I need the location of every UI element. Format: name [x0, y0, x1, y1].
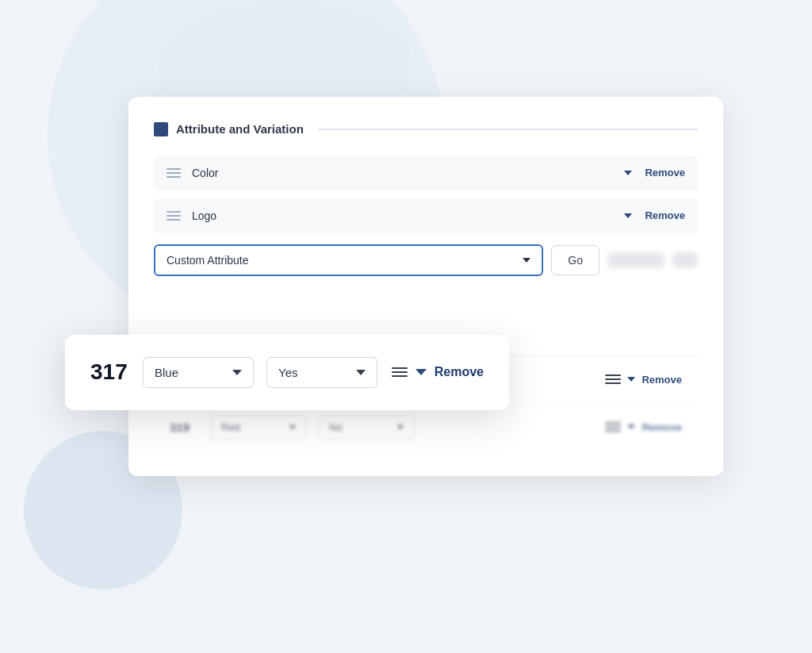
var-dropdown-319[interactable] — [627, 424, 635, 429]
remove-button-317[interactable]: Remove — [435, 365, 484, 379]
custom-attribute-select-text: Custom Attribute — [167, 254, 249, 267]
variation-row-319: 319 Red No Remove — [154, 403, 698, 451]
yesno-select-319[interactable]: No — [319, 415, 414, 440]
custom-attribute-select-arrow — [523, 258, 530, 263]
hamburger-icon-319[interactable] — [605, 422, 621, 432]
yesno-select-317[interactable]: Yes — [266, 357, 377, 388]
variation-id-317: 317 — [90, 359, 130, 385]
section-title: Attribute and Variation — [176, 122, 304, 136]
yesno-select-317-arrow — [356, 370, 366, 375]
attribute-row-logo: Logo Remove — [154, 198, 698, 233]
var-dropdown-317[interactable] — [416, 369, 427, 375]
var-actions-318: Remove — [605, 374, 682, 386]
color-select-317[interactable]: Blue — [143, 357, 254, 388]
custom-attr-row: Custom Attribute Go — [154, 244, 698, 276]
drag-handle-logo[interactable] — [167, 211, 181, 221]
variation-id-319: 319 — [170, 421, 198, 434]
remove-button-318[interactable]: Remove — [642, 374, 682, 386]
hamburger-icon-317[interactable] — [392, 367, 408, 377]
attribute-row-color: Color Remove — [154, 156, 698, 190]
yesno-value-317: Yes — [278, 366, 297, 379]
blurred-action-button-2[interactable] — [672, 252, 698, 268]
main-card: Attribute and Variation Color Remove Log… — [128, 97, 723, 476]
attribute-name-color: Color — [192, 167, 624, 179]
custom-attribute-select[interactable]: Custom Attribute — [154, 244, 543, 276]
yesno-select-319-arrow — [397, 425, 404, 429]
var-dropdown-318[interactable] — [627, 377, 635, 382]
yesno-value-319: No — [329, 421, 343, 433]
scene: Attribute and Variation Color Remove Log… — [65, 57, 747, 597]
remove-logo-button[interactable]: Remove — [645, 209, 685, 221]
var-actions-319: Remove — [605, 421, 682, 433]
color-select-319-arrow — [289, 425, 296, 429]
drag-handle-color[interactable] — [167, 168, 181, 178]
color-select-319[interactable]: Red — [211, 415, 306, 440]
section-header: Attribute and Variation — [154, 122, 698, 136]
hamburger-icon-318[interactable] — [605, 375, 621, 384]
color-value-319: Red — [221, 421, 240, 433]
color-value-317: Blue — [155, 366, 178, 379]
attribute-name-logo: Logo — [192, 209, 624, 222]
go-button[interactable]: Go — [551, 245, 599, 275]
color-dropdown-arrow[interactable] — [624, 171, 632, 175]
blurred-action-button-1[interactable] — [607, 252, 665, 268]
section-icon — [154, 122, 168, 136]
color-select-317-arrow — [232, 370, 242, 375]
section-divider — [318, 129, 698, 130]
remove-button-319[interactable]: Remove — [642, 421, 682, 433]
logo-dropdown-arrow[interactable] — [624, 213, 632, 218]
var-actions-317: Remove — [392, 365, 484, 379]
remove-color-button[interactable]: Remove — [645, 167, 685, 179]
variation-card-317: 317 Blue Yes Remove — [65, 335, 509, 410]
